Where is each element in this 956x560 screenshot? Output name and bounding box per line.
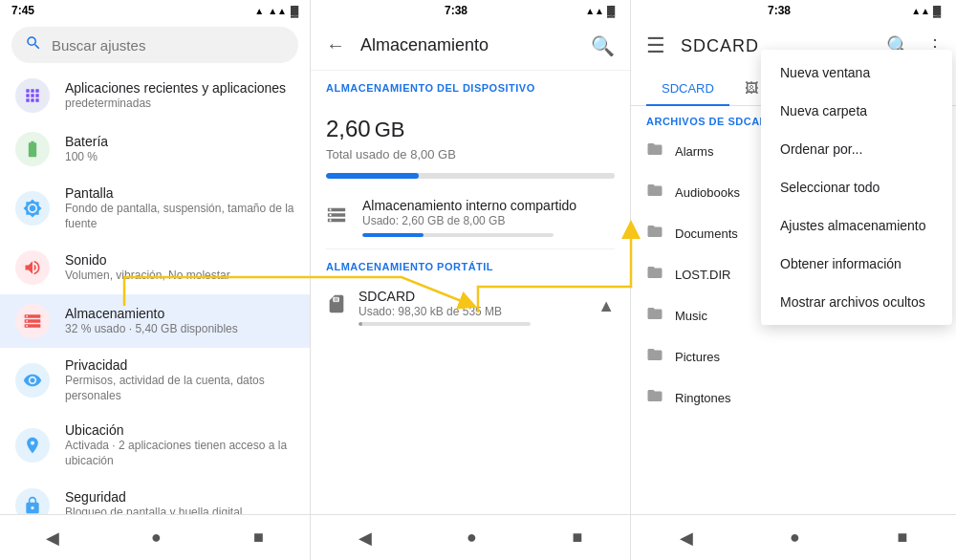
status-bar-1: 7:45 ▲ ▲▲ ▓: [0, 0, 310, 21]
storage-content: ALMACENAMIENTO DEL DISPOSITIVO 2,60GB To…: [311, 71, 630, 514]
battery-setting-icon: [15, 132, 50, 166]
menu-nueva-ventana[interactable]: Nueva ventana: [761, 54, 952, 92]
storage-header-title: Almacenamiento: [360, 35, 576, 55]
folder-icon-lostdir: [646, 264, 663, 286]
bottom-nav-1: ◀ ● ■: [0, 514, 310, 560]
battery-3: ▓: [933, 5, 941, 16]
home-btn-2[interactable]: ●: [447, 520, 496, 555]
battery-title: Batería: [65, 134, 108, 149]
eject-icon[interactable]: ▲: [598, 296, 615, 316]
time-3: 7:38: [675, 4, 883, 17]
sdcard-row[interactable]: SDCARD Usado: 98,30 kB de 535 MB ▲: [311, 276, 630, 337]
context-menu: Nueva ventana Nueva carpeta Ordenar por.…: [761, 50, 952, 325]
menu-mostrar-ocultos[interactable]: Mostrar archivos ocultos: [761, 283, 952, 321]
sound-title: Sonido: [65, 252, 230, 268]
folder-icon-audiobooks: [646, 182, 663, 204]
menu-obtener-informacion[interactable]: Obtener información: [761, 245, 952, 283]
back-btn-storage[interactable]: ←: [322, 31, 349, 60]
settings-panel: 7:45 ▲ ▲▲ ▓ Aplicaciones recientes y apl…: [0, 0, 311, 560]
battery-subtitle: 100 %: [65, 150, 108, 165]
settings-item-privacy[interactable]: Privacidad Permisos, actividad de la cue…: [0, 348, 310, 413]
time-1: 7:45: [11, 4, 34, 17]
menu-ordenar-por[interactable]: Ordenar por...: [761, 130, 952, 168]
location-icon: [15, 428, 50, 463]
recent-btn-1[interactable]: ■: [234, 520, 283, 555]
sound-subtitle: Volumen, vibración, No molestar: [65, 269, 230, 284]
documents-label: Documents: [675, 226, 738, 241]
search-btn-storage[interactable]: 🔍: [587, 31, 619, 61]
file-item-ringtones[interactable]: Ringtones: [631, 377, 793, 419]
tab-sdcard[interactable]: SDCARD: [646, 72, 729, 105]
sdcard-panel: 7:38 ▲▲ ▓ ☰ SDCARD 🔍 ⋮ SDCARD 🖼 Imágenes…: [631, 0, 956, 560]
search-input[interactable]: [52, 37, 285, 54]
back-btn-1[interactable]: ◀: [27, 520, 78, 556]
storage-bar-device: [311, 165, 630, 186]
portable-section-label: ALMACENAMIENTO PORTÁTIL: [311, 249, 630, 276]
home-btn-1[interactable]: ●: [132, 520, 181, 555]
ringtones-label: Ringtones: [675, 391, 731, 405]
battery-2: ▓: [607, 5, 615, 16]
storage-main-size: 2,60GB Total usado de 8,00 GB: [311, 97, 630, 165]
sdcard-usage: Usado: 98,30 kB de 535 MB: [358, 305, 586, 318]
file-item-pictures[interactable]: Pictures: [631, 336, 793, 377]
storage-size-display: 2,60GB: [326, 105, 615, 145]
privacy-subtitle: Permisos, actividad de la cuenta, datos …: [65, 374, 294, 403]
apps-title: Aplicaciones recientes y aplicaciones: [65, 80, 286, 96]
storage-subtitle: 32 % usado · 5,40 GB disponibles: [65, 322, 238, 337]
storage-total-text: Total usado de 8,00 GB: [326, 147, 615, 162]
search-bar[interactable]: [11, 27, 298, 63]
settings-item-display[interactable]: Pantalla Fondo de pantalla, suspensión, …: [0, 176, 310, 241]
settings-item-storage[interactable]: Almacenamiento 32 % usado · 5,40 GB disp…: [0, 294, 310, 348]
folder-icon-pictures: [646, 346, 663, 368]
internal-subtitle: Usado: 2,60 GB de 8,00 GB: [362, 214, 576, 229]
battery-icon-1: ▓: [291, 5, 298, 16]
images-tab-icon: 🖼: [745, 80, 758, 96]
back-btn-3[interactable]: ◀: [661, 520, 712, 556]
search-icon: [25, 34, 42, 55]
settings-item-apps[interactable]: Aplicaciones recientes y aplicaciones pr…: [0, 69, 310, 122]
menu-icon[interactable]: ☰: [639, 30, 673, 62]
settings-item-sound[interactable]: Sonido Volumen, vibración, No molestar: [0, 241, 310, 294]
status-bar-3: 7:38 ▲▲ ▓: [631, 0, 956, 21]
audiobooks-label: Audiobooks: [675, 185, 740, 200]
sdcard-icon: [326, 293, 347, 320]
bottom-nav-3: ◀ ● ■: [631, 514, 956, 560]
apps-icon: [15, 78, 50, 113]
recent-btn-3[interactable]: ■: [878, 520, 926, 555]
menu-nueva-carpeta[interactable]: Nueva carpeta: [761, 92, 952, 130]
notification-icon: ▲: [254, 6, 264, 16]
display-icon: [15, 191, 50, 226]
display-subtitle: Fondo de pantalla, suspensión, tamaño de…: [65, 202, 294, 231]
menu-seleccionar-todo[interactable]: Seleccionar todo: [761, 168, 952, 206]
home-btn-3[interactable]: ●: [771, 520, 819, 555]
recent-btn-2[interactable]: ■: [553, 520, 601, 555]
time-2: 7:38: [355, 4, 557, 17]
device-section-label: ALMACENAMIENTO DEL DISPOSITIVO: [311, 71, 630, 97]
storage-panel: 7:38 ▲▲ ▓ ← Almacenamiento 🔍 ALMACENAMIE…: [311, 0, 631, 560]
settings-item-security[interactable]: Seguridad Bloqueo de pantalla y huella d…: [0, 479, 310, 514]
privacy-icon: [15, 363, 50, 398]
menu-ajustes-almacenamiento[interactable]: Ajustes almacenamiento: [761, 206, 952, 245]
settings-item-battery[interactable]: Batería 100 %: [0, 122, 310, 176]
folder-icon-alarms: [646, 140, 663, 162]
sdcard-name: SDCARD: [358, 289, 415, 304]
storage-header: ← Almacenamiento 🔍: [311, 21, 630, 71]
status-bar-2: 7:38 ▲▲ ▓: [311, 0, 630, 21]
signal-2: ▲▲: [585, 6, 604, 16]
folder-icon-documents: [646, 223, 663, 245]
internal-title: Almacenamiento interno compartido: [362, 198, 576, 213]
wifi-signal-icon: ▲▲: [268, 6, 287, 16]
settings-item-location[interactable]: Ubicación Activada · 2 aplicaciones tien…: [0, 413, 310, 478]
settings-list: Aplicaciones recientes y aplicaciones pr…: [0, 69, 310, 514]
lostdir-label: LOST.DIR: [675, 268, 731, 282]
internal-storage-icon: [326, 205, 347, 230]
back-btn-2[interactable]: ◀: [339, 520, 391, 556]
folder-icon-music: [646, 305, 663, 327]
status-icons-3: ▲▲ ▓: [883, 5, 941, 16]
status-icons-1: ▲ ▲▲ ▓: [254, 5, 298, 16]
storage-title: Almacenamiento: [65, 306, 238, 321]
display-title: Pantalla: [65, 185, 294, 201]
alarms-label: Alarms: [675, 144, 713, 159]
internal-storage-row[interactable]: Almacenamiento interno compartido Usado:…: [311, 186, 630, 248]
status-icons-2: ▲▲ ▓: [557, 5, 615, 16]
